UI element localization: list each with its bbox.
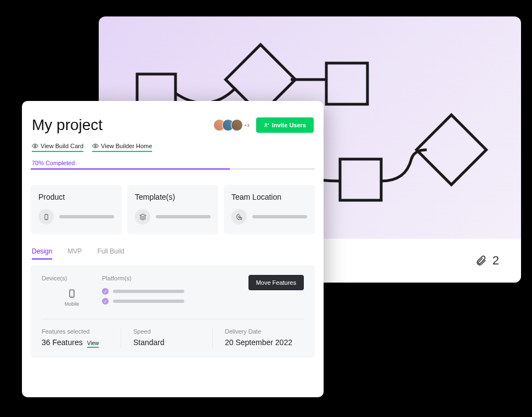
view-builder-home-link[interactable]: View Builder Home <box>92 143 152 152</box>
summary-team-location[interactable]: Team Location <box>224 185 315 234</box>
tab-mvp[interactable]: MVP <box>67 247 82 260</box>
check-icon: ✓ <box>102 288 109 295</box>
location-icon <box>231 209 247 224</box>
speed-label: Speed <box>133 328 212 335</box>
placeholder <box>156 215 211 218</box>
summary-title: Template(s) <box>135 193 211 201</box>
avatar <box>231 119 243 131</box>
svg-point-8 <box>95 145 97 147</box>
tab-full-build[interactable]: Full Build <box>97 247 124 260</box>
project-header: My project +3 Invite Users <box>31 116 315 134</box>
design-panel: Device(s) Mobile Platform(s) ✓ ✓ Move Fe… <box>31 265 315 358</box>
summary-title: Team Location <box>231 193 307 201</box>
project-title: My project <box>32 116 103 134</box>
phone-icon <box>38 209 54 224</box>
device-mobile: Mobile <box>42 288 102 307</box>
delivery-value: 20 September 2022 <box>225 338 304 347</box>
avatar-more-count: +3 <box>245 123 250 128</box>
placeholder <box>113 290 184 293</box>
divider <box>42 319 304 319</box>
features-view-link[interactable]: View <box>87 340 99 348</box>
layers-icon <box>135 209 150 224</box>
summary-row: Product Template(s) Team Location <box>31 185 315 234</box>
check-icon: ✓ <box>102 298 109 305</box>
placeholder <box>113 300 184 303</box>
delivery-label: Delivery Date <box>225 328 304 335</box>
progress-fill <box>31 168 230 170</box>
mobile-icon <box>67 288 76 299</box>
view-build-card-link[interactable]: View Build Card <box>32 143 83 152</box>
svg-rect-3 <box>340 159 381 200</box>
eye-icon <box>32 143 38 149</box>
platforms-label: Platform(s) <box>102 275 248 281</box>
invite-label: Invite Users <box>272 122 306 128</box>
view-links: View Build Card View Builder Home <box>31 143 315 152</box>
summary-title: Product <box>38 193 114 201</box>
features-value: 36 Features <box>42 338 83 347</box>
summary-templates[interactable]: Template(s) <box>127 185 218 234</box>
platform-item: ✓ <box>102 298 248 305</box>
attachment-icon <box>475 255 487 267</box>
user-avatars[interactable]: +3 <box>213 119 250 131</box>
speed-value: Standard <box>133 338 212 347</box>
progress-bar <box>31 168 315 170</box>
devices-label: Device(s) <box>42 275 102 281</box>
tabs: Design MVP Full Build <box>31 247 315 260</box>
features-label: Features selected <box>42 328 121 335</box>
header-actions: +3 Invite Users <box>213 117 314 133</box>
attachment-count: 2 <box>493 253 499 268</box>
placeholder <box>59 215 114 218</box>
progress-label: 70% Completed <box>31 160 315 166</box>
svg-rect-2 <box>326 63 367 104</box>
link-label: View Build Card <box>41 143 83 149</box>
summary-product[interactable]: Product <box>31 185 122 234</box>
platform-item: ✓ <box>102 288 248 295</box>
placeholder <box>252 215 307 218</box>
user-plus-icon <box>264 122 269 128</box>
tab-design[interactable]: Design <box>32 247 52 260</box>
project-card: My project +3 Invite Users View Build Ca… <box>22 101 324 397</box>
link-label: View Builder Home <box>101 143 152 149</box>
svg-marker-11 <box>140 214 146 217</box>
move-features-button[interactable]: Move Features <box>248 275 304 290</box>
svg-rect-12 <box>240 217 241 219</box>
svg-rect-4 <box>416 115 486 184</box>
device-name: Mobile <box>65 301 80 307</box>
invite-users-button[interactable]: Invite Users <box>256 117 314 133</box>
svg-point-6 <box>265 123 267 125</box>
eye-icon <box>92 143 99 149</box>
svg-point-7 <box>35 145 36 147</box>
